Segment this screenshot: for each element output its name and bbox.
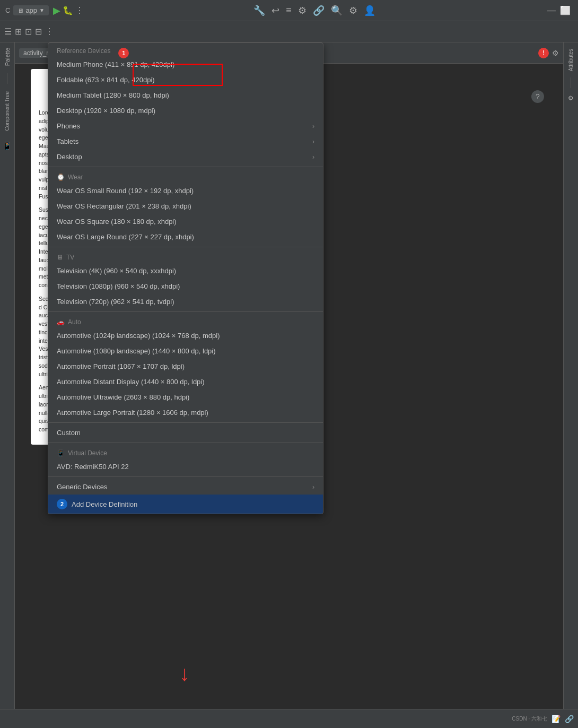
search-icon[interactable]: 🔍 xyxy=(331,5,343,16)
auto-icon: 🚗 xyxy=(57,318,65,326)
tv-header: 🖥 TV xyxy=(48,249,323,263)
divider-5 xyxy=(48,443,323,443)
auto-portrait-item[interactable]: Automotive Portrait (1067 × 1707 dp, ldp… xyxy=(48,359,323,374)
wear-header: ⌚ Wear xyxy=(48,169,323,183)
second-toolbar: ☰ ⊞ ⊡ ⊟ ⋮ xyxy=(0,21,578,42)
more-icon[interactable]: ⋮ xyxy=(45,27,54,37)
down-arrow: ↓ xyxy=(179,662,190,686)
filter-icon[interactable]: ⚙ xyxy=(552,49,559,57)
right-panel: Attributes ⚙ xyxy=(563,42,578,728)
component-tree-tab-icon[interactable]: Component Tree xyxy=(4,88,10,134)
csdn-icon: 📝 xyxy=(551,715,561,723)
more-options-icon[interactable]: ⋮ xyxy=(75,5,84,15)
bottom-icon-2[interactable]: 🔗 xyxy=(565,715,574,723)
add-device-definition-item[interactable]: 2 Add Device Definition xyxy=(48,495,323,514)
avd-redmik50-item[interactable]: AVD: RedmiK50 API 22 xyxy=(48,459,323,474)
top-toolbar: C 🖥 app ▼ ▶ 🐛 ⋮ 🔧 ↩ ≡ ⚙ 🔗 🔍 ⚙ 👤 — ⬜ xyxy=(0,0,578,21)
divider-1 xyxy=(48,167,323,167)
error-badge: ! xyxy=(538,48,549,58)
divider-6 xyxy=(48,476,323,477)
virtual-device-icon: 📱 xyxy=(57,449,65,457)
tv-1080p-item[interactable]: Television (1080p) (960 × 540 dp, xhdpi) xyxy=(48,279,323,294)
tv-720p-item[interactable]: Television (720p) (962 × 541 dp, tvdpi) xyxy=(48,294,323,309)
medium-phone-item[interactable]: Medium Phone (411 × 891 dp, 420dpi) xyxy=(48,57,323,72)
toolbar-icon-4[interactable]: ⚙ xyxy=(298,5,306,16)
bottom-bar: CSDN · 六和七 📝 🔗 xyxy=(0,709,578,728)
auto-distant-item[interactable]: Automotive Distant Display (1440 × 800 d… xyxy=(48,374,323,389)
tablets-chevron: › xyxy=(312,138,314,145)
reference-devices-header: Reference Devices xyxy=(48,43,323,57)
auto-1024-item[interactable]: Automotive (1024p landscape) (1024 × 768… xyxy=(48,328,323,343)
virtual-device-header: 📱 Virtual Device xyxy=(48,445,323,459)
wear-icon: ⌚ xyxy=(57,174,65,181)
auto-label: Auto xyxy=(68,318,81,326)
desktop-item[interactable]: Desktop (1920 × 1080 dp, mdpi) xyxy=(48,103,323,118)
reference-devices-label: Reference Devices xyxy=(57,47,110,55)
wear-large-round-item[interactable]: Wear OS Large Round (227 × 227 dp, xhdpi… xyxy=(48,229,323,245)
content-area: activity_main.xml ▼ ⊞ 👁 ⊡ 1 📱 Pixel ▼ 🌿 … xyxy=(15,42,563,728)
tv-label: TV xyxy=(66,254,74,261)
debug-icon[interactable]: 🐛 xyxy=(63,5,73,15)
toolbar-icon-5[interactable]: 🔗 xyxy=(313,5,325,16)
right-panel-icon-1[interactable]: ⚙ xyxy=(568,94,574,102)
toolbar-icon-1[interactable]: 🔧 xyxy=(253,5,265,16)
foldable-item[interactable]: Foldable (673 × 841 dp, 420dpi) xyxy=(48,72,323,88)
c-icon[interactable]: C xyxy=(5,6,10,14)
tv-4k-item[interactable]: Television (4K) (960 × 540 dp, xxxhdpi) xyxy=(48,263,323,279)
account-icon[interactable]: 👤 xyxy=(364,5,375,16)
desktop-submenu-item[interactable]: Desktop › xyxy=(48,149,323,164)
main-area: Palette Component Tree 📱 activity_main.x… xyxy=(0,42,578,728)
virtual-device-label: Virtual Device xyxy=(68,449,107,457)
tv-icon: 🖥 xyxy=(57,254,63,261)
medium-tablet-item[interactable]: Medium Tablet (1280 × 800 dp, hdpi) xyxy=(48,88,323,103)
wear-small-round-item[interactable]: Wear OS Small Round (192 × 192 dp, xhdpi… xyxy=(48,183,323,198)
left-panel: Palette Component Tree 📱 xyxy=(0,42,15,728)
wear-square-item[interactable]: Wear OS Square (180 × 180 dp, xhdpi) xyxy=(48,214,323,229)
csdn-label: CSDN · 六和七 xyxy=(512,715,547,723)
device-dropdown: Reference Devices Medium Phone (411 × 89… xyxy=(48,42,323,514)
auto-header: 🚗 Auto xyxy=(48,314,323,328)
hamburger-icon[interactable]: ☰ xyxy=(4,27,12,37)
help-button[interactable]: ? xyxy=(531,90,544,103)
phones-chevron: › xyxy=(312,123,314,130)
toolbar-icon-2[interactable]: ↩ xyxy=(272,5,279,16)
toolbar-icon-3[interactable]: ≡ xyxy=(286,5,292,16)
wear-label: Wear xyxy=(68,174,83,181)
add-device-label: Add Device Definition xyxy=(72,500,137,508)
run-icon[interactable]: ▶ xyxy=(53,5,60,16)
auto-ultrawide-item[interactable]: Automotive Ultrawide (2603 × 880 dp, hdp… xyxy=(48,389,323,405)
generic-devices-chevron: › xyxy=(312,483,314,491)
maximize-icon[interactable]: ⬜ xyxy=(560,5,571,15)
wear-rectangular-item[interactable]: Wear OS Rectangular (201 × 238 dp, xhdpi… xyxy=(48,198,323,214)
minimize-icon[interactable]: — xyxy=(547,6,556,15)
split-icon[interactable]: ⊡ xyxy=(25,27,32,37)
badge-1: 1 xyxy=(118,48,129,58)
app-dropdown[interactable]: 🖥 app ▼ xyxy=(13,5,49,15)
left-icon-1[interactable]: 📱 xyxy=(3,142,12,150)
divider-4 xyxy=(48,422,323,423)
attributes-tab[interactable]: Attributes xyxy=(567,45,575,75)
settings-icon[interactable]: ⚙ xyxy=(349,5,357,16)
generic-devices-item[interactable]: Generic Devices › xyxy=(48,479,323,495)
layout-icon[interactable]: ⊞ xyxy=(15,27,22,37)
divider-3 xyxy=(48,311,323,312)
auto-1080-item[interactable]: Automotive (1080p landscape) (1440 × 800… xyxy=(48,343,323,359)
auto-large-portrait-item[interactable]: Automotive Large Portrait (1280 × 1606 d… xyxy=(48,405,323,420)
code-icon[interactable]: ⊟ xyxy=(35,27,42,37)
palette-tab-icon[interactable]: Palette xyxy=(4,45,11,69)
divider-2 xyxy=(48,247,323,247)
badge-2: 2 xyxy=(57,499,67,509)
phones-item[interactable]: Phones › xyxy=(48,118,323,134)
custom-item[interactable]: Custom xyxy=(48,425,323,440)
tablets-item[interactable]: Tablets › xyxy=(48,134,323,149)
desktop-chevron: › xyxy=(312,153,314,161)
